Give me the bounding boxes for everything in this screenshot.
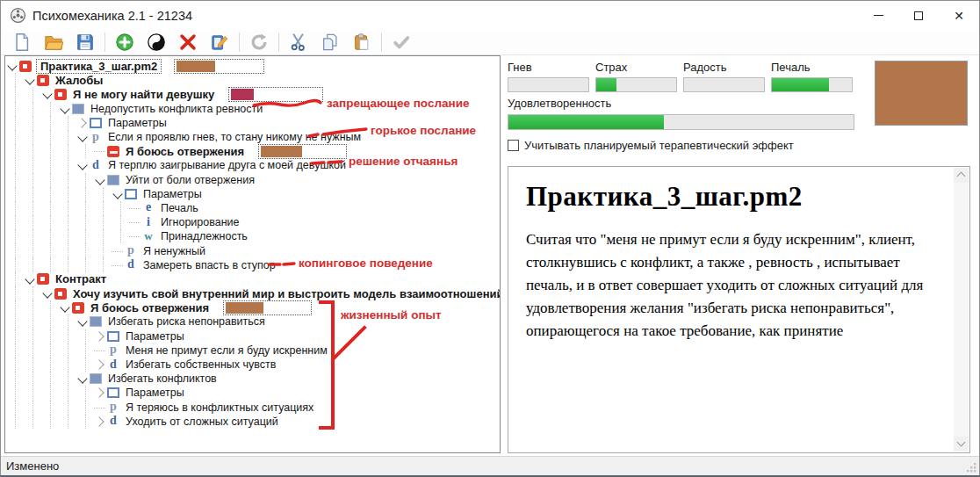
maximize-button[interactable]: [898, 1, 939, 30]
tree-row[interactable]: pЯ теряюсь в конфликтных ситуациях: [5, 401, 500, 415]
checkbox[interactable]: [508, 140, 519, 151]
indent-guide: [40, 386, 58, 400]
meter-track: [595, 77, 677, 92]
indent-guide: [76, 215, 93, 229]
indent-guide: [76, 358, 93, 372]
tree-row[interactable]: Контракт: [5, 272, 500, 286]
document-content: Практика_3_шаг.pm2 Считая что "меня не п…: [508, 167, 969, 351]
scroll-up-button[interactable]: [954, 168, 969, 183]
scroll-down-button[interactable]: [954, 437, 969, 452]
tree-node-label: Хочу изучить свой внутренний мир и выстр…: [71, 287, 501, 300]
yin-yang-button[interactable]: [141, 31, 172, 54]
edit-button[interactable]: [204, 31, 235, 54]
new-document-button[interactable]: [6, 31, 38, 54]
indent-guide: [76, 415, 93, 429]
indent-guide: [5, 73, 23, 87]
chevron-right-icon[interactable]: [76, 116, 90, 130]
color-swatch-box[interactable]: [223, 300, 312, 315]
chevron-right-icon[interactable]: [93, 415, 107, 429]
tree-row[interactable]: Параметры: [5, 187, 500, 201]
tree-row[interactable]: Жалобы: [5, 73, 500, 87]
chevron-right-icon[interactable]: [93, 386, 107, 400]
indent-guide: [23, 343, 40, 358]
indent-guide: [76, 401, 93, 415]
indent-guide: [5, 187, 23, 201]
tree-row[interactable]: pМеня не примут если я буду искренним: [5, 343, 500, 358]
indent-guide: [23, 158, 40, 172]
tree-row[interactable]: Параметры: [5, 329, 500, 343]
chevron-down-icon[interactable]: [5, 59, 19, 73]
close-button[interactable]: ✕: [939, 1, 979, 30]
scrollbar[interactable]: [954, 168, 969, 452]
indent-guide: [58, 173, 76, 187]
chevron-right-icon[interactable]: [93, 358, 107, 372]
color-swatch: [177, 61, 215, 72]
color-swatch-box[interactable]: [228, 87, 323, 102]
connector-stub: [111, 258, 125, 272]
indent-guide: [58, 130, 76, 144]
chevron-down-icon[interactable]: [23, 272, 37, 286]
add-button[interactable]: [109, 31, 141, 54]
apply-button[interactable]: [386, 31, 417, 54]
indent-guide: [58, 187, 76, 201]
annotation-label: решение отчаянья: [349, 155, 458, 168]
letter-e-icon: e: [142, 202, 155, 213]
tree-row[interactable]: Избегать конфликтов: [5, 372, 500, 386]
titlebar: Психомеханика 2.1 - 21234 ✕: [1, 1, 979, 30]
indent-guide: [58, 243, 76, 257]
chevron-down-icon[interactable]: [76, 314, 90, 329]
therapeutic-effect-checkbox-row[interactable]: Учитывать планируемый терапевтический эф…: [508, 139, 970, 152]
minimize-button[interactable]: [858, 1, 898, 30]
color-swatch-box[interactable]: [174, 59, 264, 74]
save-button[interactable]: [69, 31, 101, 54]
indent-guide: [40, 158, 58, 172]
tree-row[interactable]: eПечаль: [5, 201, 500, 215]
toolbar: [1, 30, 979, 55]
indent-guide: [111, 215, 128, 229]
app-icon: [10, 7, 26, 24]
indent-guide: [40, 372, 58, 386]
tree-row[interactable]: iИгнорирование: [5, 215, 500, 229]
meter-fill: [772, 78, 829, 91]
indent-guide: [58, 144, 76, 158]
color-swatch-box[interactable]: [258, 144, 347, 159]
indent-guide: [76, 229, 93, 243]
tree-row[interactable]: Хочу изучить свой внутренний мир и выстр…: [5, 286, 500, 300]
toolbar-separator: [381, 33, 382, 52]
open-folder-button[interactable]: [38, 31, 69, 54]
close-icon: ✕: [954, 10, 964, 22]
chevron-down-icon[interactable]: [40, 87, 54, 101]
indent-guide: [23, 116, 40, 130]
chevron-right-icon[interactable]: [93, 329, 107, 343]
indent-guide: [5, 158, 23, 172]
indent-guide: [58, 343, 76, 358]
chevron-down-icon[interactable]: [76, 130, 90, 144]
chevron-down-icon[interactable]: [58, 300, 72, 314]
chevron-down-icon[interactable]: [58, 102, 72, 116]
chevron-down-icon[interactable]: [40, 286, 54, 300]
tree-node-label: Контракт: [54, 272, 108, 285]
tree-row[interactable]: wПринадлежность: [5, 229, 500, 243]
indent-guide: [5, 116, 23, 130]
delete-button[interactable]: [172, 31, 204, 54]
chevron-down-icon[interactable]: [93, 173, 107, 187]
tree-rows: Практика_3_шаг.pm2ЖалобыЯ не могу найти …: [5, 56, 500, 429]
resize-grip-icon[interactable]: [967, 463, 976, 473]
indent-guide: [76, 329, 93, 343]
tree-row[interactable]: Практика_3_шаг.pm2: [5, 59, 500, 73]
paste-button[interactable]: [346, 31, 378, 54]
chevron-down-icon[interactable]: [111, 187, 125, 201]
indent-guide: [5, 102, 23, 116]
tree-node-label: Я не могу найти девушку: [71, 88, 216, 101]
tree-row[interactable]: Параметры: [5, 386, 500, 400]
chevron-down-icon[interactable]: [23, 73, 37, 87]
copy-button[interactable]: [314, 31, 346, 54]
chevron-down-icon[interactable]: [76, 372, 90, 386]
chevron-down-icon[interactable]: [76, 158, 90, 172]
tree-row[interactable]: dУходить от сложных ситуаций: [5, 415, 500, 429]
cut-button[interactable]: [283, 31, 314, 54]
tree-row[interactable]: Уйти от боли отвержения: [5, 173, 500, 187]
tree-row[interactable]: dИзбегать собственных чувств: [5, 358, 500, 372]
refresh-button[interactable]: [243, 31, 275, 54]
add-icon: [115, 33, 134, 52]
